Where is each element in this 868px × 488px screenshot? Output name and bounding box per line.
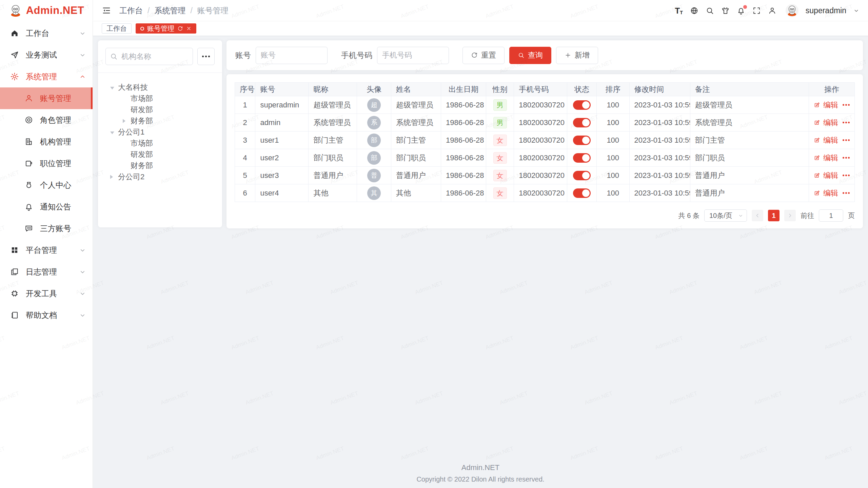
- tree-node[interactable]: 分公司2: [105, 171, 215, 182]
- status-toggle[interactable]: [573, 100, 591, 110]
- tab-workbench[interactable]: 工作台: [102, 23, 132, 34]
- caret-right-icon[interactable]: [110, 175, 118, 179]
- more-actions-button[interactable]: [843, 122, 850, 123]
- user-icon[interactable]: [768, 6, 776, 15]
- reset-button[interactable]: 重置: [462, 47, 505, 64]
- tree-node[interactable]: 市场部: [105, 93, 215, 104]
- sidebar-item-position-mgmt[interactable]: 职位管理: [0, 152, 93, 174]
- edit-button[interactable]: 编辑: [823, 100, 838, 110]
- edit-button[interactable]: 编辑: [823, 118, 838, 128]
- tree-node[interactable]: 大名科技: [105, 82, 215, 93]
- more-actions-button[interactable]: [843, 104, 850, 106]
- more-actions-button[interactable]: [843, 157, 850, 159]
- caret-down-icon[interactable]: [110, 85, 118, 89]
- sidebar-item-help-docs[interactable]: 帮助文档: [0, 304, 93, 326]
- breadcrumb-item[interactable]: 系统管理: [154, 5, 185, 16]
- cell-index: 2: [235, 114, 255, 131]
- cell-phone: 18020030720: [514, 131, 567, 149]
- role-icon: [24, 116, 33, 124]
- font-size-icon[interactable]: TT: [675, 6, 683, 15]
- tree-node[interactable]: 财务部: [105, 115, 215, 126]
- status-toggle[interactable]: [573, 188, 591, 198]
- edit-icon[interactable]: [814, 172, 820, 179]
- menu-fold-icon[interactable]: [102, 6, 111, 15]
- gear-icon: [10, 72, 19, 81]
- prev-page-button[interactable]: [752, 210, 763, 221]
- cell-modified-time: 2023-01-03 10:59:44: [629, 96, 690, 114]
- column-header: 修改时间: [629, 83, 690, 96]
- sidebar-item-log-mgmt[interactable]: 日志管理: [0, 261, 93, 283]
- edit-button[interactable]: 编辑: [823, 153, 838, 163]
- fullscreen-icon[interactable]: [752, 6, 761, 15]
- edit-icon[interactable]: [814, 119, 820, 126]
- sidebar-item-third-account[interactable]: 三方账号: [0, 218, 93, 239]
- more-options-button[interactable]: [197, 48, 215, 65]
- gender-tag: 女: [493, 187, 507, 199]
- sidebar-item-org-mgmt[interactable]: 机构管理: [0, 131, 93, 152]
- phone-input[interactable]: [377, 47, 449, 64]
- tree-node[interactable]: 研发部: [105, 149, 215, 160]
- notification-bell-icon[interactable]: [737, 6, 745, 15]
- add-button[interactable]: 新增: [556, 47, 598, 64]
- account-input[interactable]: [256, 47, 328, 64]
- org-search-input[interactable]: [105, 48, 193, 65]
- more-actions-button[interactable]: [843, 139, 850, 141]
- theme-icon[interactable]: [721, 6, 730, 15]
- sidebar-item-dev-tools[interactable]: 开发工具: [0, 283, 93, 304]
- more-actions-button[interactable]: [843, 192, 850, 194]
- edit-icon[interactable]: [814, 137, 820, 144]
- status-toggle[interactable]: [573, 153, 591, 163]
- goto-page-input[interactable]: [819, 209, 843, 222]
- page-size-select[interactable]: 10条/页: [704, 209, 747, 222]
- sidebar-item-workbench[interactable]: 工作台: [0, 22, 93, 44]
- tree-node[interactable]: 分公司1: [105, 126, 215, 138]
- caret-down-icon[interactable]: [110, 130, 118, 134]
- cell-nickname: 系统管理员: [309, 114, 357, 131]
- tree-node[interactable]: 市场部: [105, 138, 215, 149]
- next-page-button[interactable]: [784, 210, 796, 221]
- sidebar-item-notice[interactable]: 通知公告: [0, 196, 93, 218]
- cell-index: 1: [235, 96, 255, 114]
- status-toggle[interactable]: [573, 171, 591, 180]
- status-toggle[interactable]: [573, 136, 591, 145]
- breadcrumb-item[interactable]: 工作台: [119, 5, 143, 16]
- main-column: 账号 手机号码 重置 查询 新增: [226, 40, 863, 228]
- tree-node[interactable]: 财务部: [105, 160, 215, 171]
- cell-gender: 女: [486, 149, 514, 167]
- avatar[interactable]: [786, 4, 798, 17]
- edit-icon[interactable]: [814, 101, 820, 108]
- sidebar-item-label: 账号管理: [40, 93, 71, 104]
- cell-actions: 编辑: [809, 167, 855, 184]
- close-icon[interactable]: [186, 26, 192, 31]
- edit-icon[interactable]: [814, 154, 820, 161]
- tree-node[interactable]: 研发部: [105, 104, 215, 115]
- sidebar-item-business-test[interactable]: 业务测试: [0, 44, 93, 66]
- search-icon[interactable]: [706, 6, 714, 15]
- chevron-down-icon[interactable]: [853, 8, 859, 14]
- cell-status: [567, 131, 597, 149]
- sidebar-item-profile-center[interactable]: 个人中心: [0, 174, 93, 196]
- sidebar-item-system-mgmt[interactable]: 系统管理: [0, 66, 93, 87]
- language-icon[interactable]: [690, 6, 698, 15]
- sidebar-item-platform-mgmt[interactable]: 平台管理: [0, 239, 93, 261]
- tab-account-mgmt[interactable]: 账号管理: [136, 23, 196, 34]
- caret-right-icon[interactable]: [123, 119, 131, 123]
- status-toggle[interactable]: [573, 118, 591, 127]
- edit-button[interactable]: 编辑: [823, 188, 838, 198]
- username[interactable]: superadmin: [806, 6, 846, 15]
- cell-order: 100: [596, 96, 629, 114]
- edit-button[interactable]: 编辑: [823, 170, 838, 181]
- sidebar-item-role-mgmt[interactable]: 角色管理: [0, 109, 93, 131]
- search-button[interactable]: 查询: [509, 47, 551, 64]
- sidebar-item-label: 职位管理: [40, 158, 71, 169]
- edit-button[interactable]: 编辑: [823, 135, 838, 145]
- accounts-table: 序号账号昵称头像姓名出生日期性别手机号码状态排序修改时间备注操作1superad…: [235, 82, 855, 202]
- more-actions-button[interactable]: [843, 175, 850, 176]
- current-page[interactable]: 1: [768, 210, 780, 221]
- logo[interactable]: Admin.NET: [0, 0, 93, 21]
- refresh-icon[interactable]: [177, 26, 183, 32]
- cell-avatar: 系: [357, 114, 391, 131]
- sidebar-item-account-mgmt[interactable]: 账号管理: [0, 87, 93, 109]
- cell-birth-date: 1986-06-28: [441, 167, 486, 184]
- edit-icon[interactable]: [814, 189, 820, 197]
